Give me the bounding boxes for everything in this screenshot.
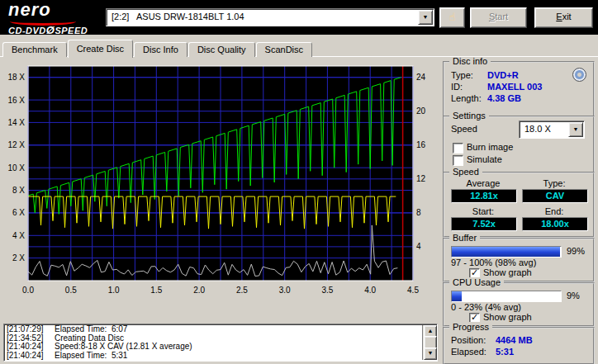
buffer-group: Buffer 99% 97 - 100% (98% avg) Show grap… xyxy=(443,238,595,282)
buffer-percent: 99% xyxy=(567,246,585,256)
buffer-range: 97 - 100% (98% avg) xyxy=(451,258,536,267)
settings-title: Settings xyxy=(449,111,489,121)
svg-text:24: 24 xyxy=(416,73,426,82)
start-button[interactable]: Start xyxy=(470,7,527,28)
svg-text:20: 20 xyxy=(416,106,426,116)
cpu-show-graph-label: Show graph xyxy=(483,312,532,322)
start-speed-lcd: 7.52x xyxy=(451,217,517,231)
progress-group: Progress Position: 4464 MB Elapsed: 5:31 xyxy=(443,327,595,364)
disc-icon xyxy=(572,68,586,82)
speed-select-value: 18.0 X xyxy=(524,121,551,137)
exit-button[interactable]: Exit xyxy=(534,7,593,28)
speed-title: Speed xyxy=(449,167,482,177)
tab-benchmark[interactable]: Benchmark xyxy=(2,42,67,57)
arrow-down-icon: ▼ xyxy=(428,350,434,356)
cpu-percent: 9% xyxy=(567,291,580,300)
drive-select[interactable]: [2:2] ASUS DRW-1814BLT 1.04 ▼ xyxy=(106,8,434,26)
progress-title: Progress xyxy=(449,322,492,332)
disc-length-value: 4.38 GB xyxy=(487,93,521,103)
log-lines: [21:07:29]Elapsed Time: 6:07 [21:34:52]C… xyxy=(7,325,421,360)
svg-text:4.0: 4.0 xyxy=(364,286,376,295)
end-speed-lcd: 18.00x xyxy=(522,217,588,231)
position-value: 4464 MB xyxy=(496,335,533,345)
buffer-progress-bar xyxy=(451,246,562,258)
svg-text:2.5: 2.5 xyxy=(236,286,248,295)
log-scrollbar[interactable]: ▲ ▼ xyxy=(422,325,436,360)
burn-image-checkbox[interactable] xyxy=(453,143,463,154)
svg-text:10 X: 10 X xyxy=(7,163,25,173)
drive-select-value: [2:2] ASUS DRW-1814BLT 1.04 xyxy=(112,9,244,25)
svg-text:16: 16 xyxy=(416,140,426,149)
cpu-group: CPU Usage 9% 0 - 23% (4% avg) Show graph xyxy=(443,282,595,327)
log-box[interactable]: [21:07:29]Elapsed Time: 6:07 [21:34:52]C… xyxy=(3,324,438,362)
buffer-title: Buffer xyxy=(449,233,480,243)
arrow-up-icon: ▲ xyxy=(428,328,434,333)
svg-text:8 X: 8 X xyxy=(12,186,25,195)
disc-o-icon: Ø xyxy=(46,24,55,36)
nero-logo: nero CD-DVDØSPEED xyxy=(8,1,101,34)
start-speed-label: Start: xyxy=(451,206,515,216)
position-label: Position: xyxy=(451,335,486,345)
cpu-range: 0 - 23% (4% avg) xyxy=(451,302,521,312)
tab-scandisc[interactable]: ScanDisc xyxy=(256,42,312,57)
svg-text:1.0: 1.0 xyxy=(108,286,120,295)
app-name: CD-DVDØSPEED xyxy=(8,24,88,36)
disc-length-label: Length: xyxy=(451,93,482,103)
svg-text:0.5: 0.5 xyxy=(65,286,77,295)
svg-text:1.5: 1.5 xyxy=(150,286,162,295)
speed-select-arrow-icon[interactable]: ▼ xyxy=(568,122,583,137)
simulate-checkbox[interactable] xyxy=(453,155,463,166)
type-label: Type: xyxy=(522,178,586,188)
svg-text:12 X: 12 X xyxy=(7,140,25,149)
svg-text:12: 12 xyxy=(416,174,426,183)
cpu-title: CPU Usage xyxy=(449,277,504,287)
speed-group: Speed Average Type: 12.81x CAV Start: En… xyxy=(443,172,595,238)
elapsed-value: 5:31 xyxy=(496,347,514,357)
svg-text:4: 4 xyxy=(416,242,421,251)
elapsed-label: Elapsed: xyxy=(451,347,486,357)
buffer-show-graph-label: Show graph xyxy=(483,267,532,277)
hand-icon: ☝ xyxy=(449,11,456,23)
svg-text:3.0: 3.0 xyxy=(279,286,291,295)
settings-group: Settings Speed 18.0 X ▼ Burn image Simul… xyxy=(443,116,595,173)
svg-text:14 X: 14 X xyxy=(7,118,25,127)
svg-text:8: 8 xyxy=(416,208,421,217)
svg-text:0.0: 0.0 xyxy=(22,286,34,295)
disc-type-label: Type: xyxy=(451,70,473,80)
header-bar: nero CD-DVDØSPEED [2:2] ASUS DRW-1814BLT… xyxy=(0,0,598,35)
cpu-progress-bar xyxy=(451,291,562,302)
svg-text:2.0: 2.0 xyxy=(193,286,205,295)
disc-info-group: Disc info Type: DVD+R ID: MAXELL 003 Len… xyxy=(443,61,595,117)
burn-image-label: Burn image xyxy=(467,142,513,152)
svg-text:3.5: 3.5 xyxy=(321,286,333,295)
cpu-progress-fill xyxy=(452,291,462,301)
simulate-label: Simulate xyxy=(467,154,502,164)
tab-bar: Benchmark Create Disc Disc Info Disc Qua… xyxy=(2,40,313,57)
type-value-lcd: CAV xyxy=(522,189,588,203)
speed-select[interactable]: 18.0 X ▼ xyxy=(519,121,585,139)
tab-disc-info[interactable]: Disc Info xyxy=(134,42,187,57)
speed-select-label: Speed xyxy=(451,124,477,134)
svg-text:18 X: 18 X xyxy=(7,73,25,82)
end-speed-label: End: xyxy=(522,206,586,216)
buffer-progress-fill xyxy=(452,247,560,257)
log-row: [21:40:24]Elapsed Time: 5:31 xyxy=(7,352,421,361)
scroll-down-button[interactable]: ▼ xyxy=(424,347,437,360)
hand-button[interactable]: ☝ xyxy=(439,7,465,28)
tab-create-disc[interactable]: Create Disc xyxy=(68,40,133,58)
drive-select-arrow-icon[interactable]: ▼ xyxy=(418,10,433,25)
svg-text:6 X: 6 X xyxy=(12,208,25,217)
speed-chart: 2 X4 X6 X8 X10 X12 X14 X16 X18 X48121620… xyxy=(2,61,434,297)
disc-info-title: Disc info xyxy=(449,56,491,66)
disc-id-label: ID: xyxy=(451,82,463,92)
nero-logo-text: nero xyxy=(8,1,101,19)
disc-type-value: DVD+R xyxy=(487,70,519,80)
svg-text:2 X: 2 X xyxy=(12,253,25,262)
svg-text:4.5: 4.5 xyxy=(407,286,419,295)
disc-id-value: MAXELL 003 xyxy=(487,82,542,92)
svg-text:16 X: 16 X xyxy=(7,96,25,105)
tab-disc-quality[interactable]: Disc Quality xyxy=(188,42,255,57)
svg-text:4 X: 4 X xyxy=(12,231,25,240)
average-value-lcd: 12.81x xyxy=(451,189,517,203)
average-label: Average xyxy=(451,178,515,188)
